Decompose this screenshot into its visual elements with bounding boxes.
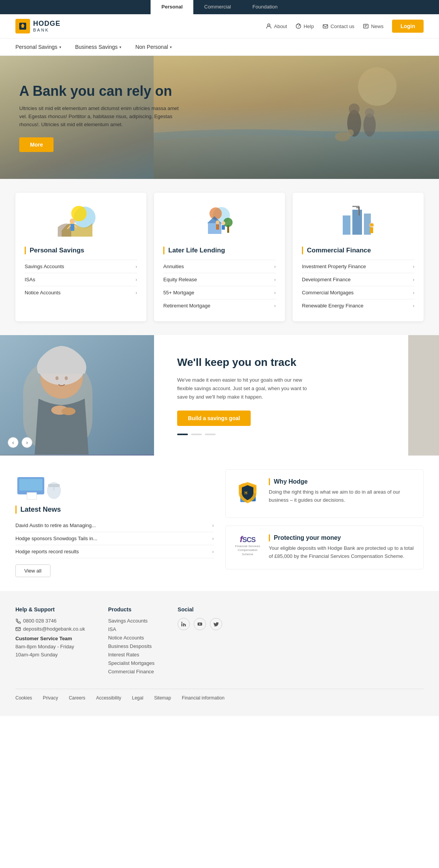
footer-team-label: Customer Service Team xyxy=(15,636,85,641)
svg-point-12 xyxy=(347,129,354,136)
footer-interest-rates-link[interactable]: Interest Rates xyxy=(108,652,155,658)
svg-point-8 xyxy=(349,103,360,114)
youtube-icon[interactable] xyxy=(194,618,206,630)
svg-point-25 xyxy=(216,220,220,224)
track-content: We'll keep you on track We've made it ev… xyxy=(154,335,408,456)
svg-rect-58 xyxy=(16,628,20,631)
svg-point-44 xyxy=(62,407,75,415)
help-link[interactable]: Help xyxy=(295,23,314,29)
equity-release-link[interactable]: Equity Release› xyxy=(163,273,276,286)
non-personal-nav[interactable]: Non Personal ▾ xyxy=(135,44,172,50)
secondary-navigation: Personal Savings ▾ Business Savings ▾ No… xyxy=(0,38,439,56)
footer-specialist-mortgages-link[interactable]: Specialist Mortgages xyxy=(108,660,155,666)
savings-accounts-link[interactable]: Savings Accounts› xyxy=(25,260,137,273)
footer-privacy-link[interactable]: Privacy xyxy=(43,695,58,701)
svg-rect-16 xyxy=(70,224,74,231)
slider-next-button[interactable]: › xyxy=(22,437,32,448)
svg-rect-52 xyxy=(48,484,60,487)
header-links: About Help Contact us News Login xyxy=(266,20,424,33)
svg-point-6 xyxy=(358,67,397,106)
isas-link[interactable]: ISAs› xyxy=(25,273,137,286)
footer-notice-accounts-link[interactable]: Notice Accounts xyxy=(108,635,155,641)
svg-point-1 xyxy=(268,24,270,26)
slider-prev-button[interactable]: ‹ xyxy=(8,437,18,448)
track-image: ‹ › xyxy=(0,335,154,456)
footer-accessibility-link[interactable]: Accessibility xyxy=(96,695,121,701)
top-nav-foundation[interactable]: Foundation xyxy=(242,0,288,14)
svg-rect-36 xyxy=(370,224,373,226)
footer-isa-link[interactable]: ISA xyxy=(108,626,155,632)
news-item-1[interactable]: David Austin to retire as Managing... › xyxy=(15,519,214,532)
hero-section: A Bank you can rely on Ultricies sit mid… xyxy=(0,56,439,179)
development-finance-link[interactable]: Development Finance› xyxy=(302,273,414,286)
logo-icon xyxy=(15,19,30,33)
svg-rect-59 xyxy=(181,623,183,626)
personal-savings-nav[interactable]: Personal Savings ▾ xyxy=(15,44,61,50)
news-item-3[interactable]: Hodge reports record results › xyxy=(15,545,214,558)
logo[interactable]: HODGE BANK xyxy=(15,19,60,33)
svg-point-10 xyxy=(365,108,374,117)
svg-rect-28 xyxy=(222,225,225,230)
personal-savings-card: Personal Savings Savings Accounts› ISAs›… xyxy=(15,193,146,321)
footer-careers-link[interactable]: Careers xyxy=(69,695,85,701)
svg-point-45 xyxy=(55,376,59,380)
view-all-button[interactable]: View all xyxy=(15,564,50,577)
svg-text:H: H xyxy=(245,491,247,495)
protecting-content: Protecting your money Your eligible depo… xyxy=(269,534,415,561)
footer-bottom: Cookies Privacy Careers Accessibility Le… xyxy=(15,689,424,701)
why-hodge-content: Why Hodge Doing the right thing is what … xyxy=(269,478,415,504)
login-button[interactable]: Login xyxy=(392,20,424,33)
retirement-mortgage-link[interactable]: Retirement Mortgage› xyxy=(163,299,276,312)
site-footer: Help & Support 0800 028 3746 deposits@ho… xyxy=(0,591,439,716)
top-navigation: Personal Commercial Foundation xyxy=(0,0,439,14)
55-mortgage-link[interactable]: 55+ Mortgage› xyxy=(163,286,276,299)
svg-point-46 xyxy=(65,376,68,380)
footer-savings-accounts-link[interactable]: Savings Accounts xyxy=(108,618,155,624)
hero-description: Ultricies sit mid elit elementum amet di… xyxy=(19,105,181,129)
personal-savings-title: Personal Savings xyxy=(25,247,137,254)
twitter-icon[interactable] xyxy=(210,618,222,630)
contact-link[interactable]: Contact us xyxy=(322,23,354,29)
footer-social-col: Social xyxy=(178,606,222,677)
news-item-2[interactable]: Hodge sponsors Snowdogs Tails in... › xyxy=(15,532,214,545)
about-link[interactable]: About xyxy=(266,23,287,29)
svg-rect-26 xyxy=(216,224,219,230)
track-right-strip xyxy=(408,335,439,456)
footer-legal-link[interactable]: Legal xyxy=(132,695,143,701)
protecting-panel: fSCS Financial Services Compensation Sch… xyxy=(225,526,424,569)
commercial-mortgages-link[interactable]: Commercial Mortgages› xyxy=(302,286,414,299)
linkedin-icon[interactable] xyxy=(178,618,190,630)
slider-buttons: ‹ › xyxy=(8,437,32,448)
business-savings-nav[interactable]: Business Savings ▾ xyxy=(75,44,122,50)
footer-financial-info-link[interactable]: Financial information xyxy=(182,695,225,701)
svg-point-15 xyxy=(70,219,75,224)
logo-text: HODGE BANK xyxy=(33,20,60,32)
renewable-energy-link[interactable]: Renewable Energy Finance› xyxy=(302,299,414,312)
footer-cookies-link[interactable]: Cookies xyxy=(15,695,32,701)
footer-support-col: Help & Support 0800 028 3746 deposits@ho… xyxy=(15,606,85,677)
social-icons xyxy=(178,618,222,630)
notice-accounts-link[interactable]: Notice Accounts› xyxy=(25,286,137,299)
top-nav-commercial[interactable]: Commercial xyxy=(193,0,241,14)
later-life-illustration xyxy=(163,202,276,240)
footer-phone: 0800 028 3746 xyxy=(15,618,85,624)
footer-hours-2: 10am-4pm Sunday xyxy=(15,652,85,658)
footer-sitemap-link[interactable]: Sitemap xyxy=(154,695,171,701)
why-hodge-icon: H xyxy=(234,478,261,509)
personal-savings-illustration xyxy=(25,202,137,240)
build-savings-goal-button[interactable]: Build a savings goal xyxy=(177,411,251,426)
hero-more-button[interactable]: More xyxy=(19,137,54,152)
track-dots xyxy=(177,434,385,435)
site-header: HODGE BANK About Help Contact us News Lo… xyxy=(0,14,439,38)
footer-products-col: Products Savings Accounts ISA Notice Acc… xyxy=(108,606,155,677)
right-panels: H Why Hodge Doing the right thing is wha… xyxy=(225,469,424,577)
commercial-finance-title: Commercial Finance xyxy=(302,247,414,254)
footer-business-deposits-link[interactable]: Business Desposits xyxy=(108,643,155,649)
top-nav-personal[interactable]: Personal xyxy=(151,0,193,14)
annuities-link[interactable]: Annuities› xyxy=(163,260,276,273)
track-dot-2 xyxy=(191,434,202,435)
track-description: We've made it even easier to hit your go… xyxy=(177,376,308,401)
footer-commercial-finance-link[interactable]: Commercial Finance xyxy=(108,669,155,674)
news-link[interactable]: News xyxy=(363,23,384,29)
investment-property-link[interactable]: Investment Property Finance› xyxy=(302,260,414,273)
